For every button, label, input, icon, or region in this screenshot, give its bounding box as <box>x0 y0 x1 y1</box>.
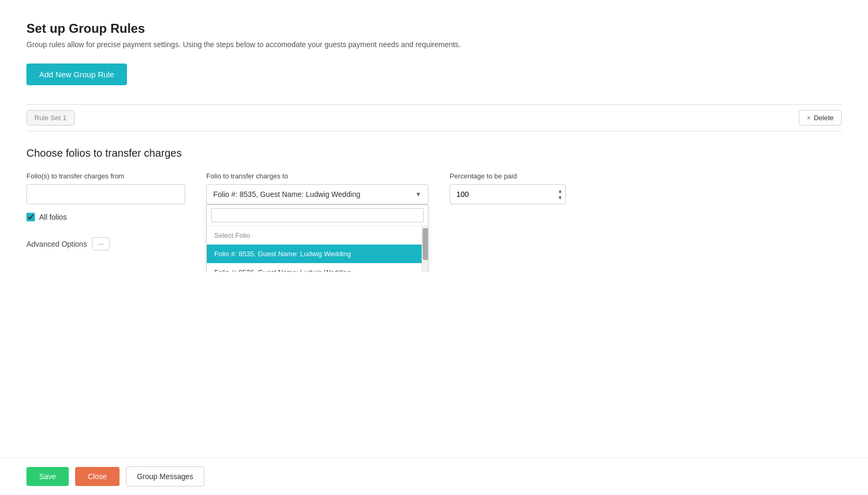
percentage-input-wrapper: ▲ ▼ <box>450 184 566 204</box>
percentage-spinners: ▲ ▼ <box>556 188 564 201</box>
page-subtitle: Group rules allow for precise payment se… <box>26 40 842 49</box>
to-folio-select-wrapper: Folio #: 8535, Guest Name: Ludwig Weddin… <box>206 184 428 204</box>
dropdown-placeholder-item[interactable]: Select Folio <box>207 226 422 245</box>
chevron-down-icon: ▼ <box>415 191 422 198</box>
to-folio-selected-value: Folio #: 8535, Guest Name: Ludwig Weddin… <box>213 190 360 199</box>
dropdown-scrollbar-wrapper: Select Folio Folio #: 8535, Guest Name: … <box>207 226 428 272</box>
delete-button[interactable]: × Delete <box>799 110 842 125</box>
from-folio-label: Folio(s) to transfer charges from <box>26 172 185 180</box>
from-folio-input[interactable] <box>26 184 185 204</box>
percentage-label: Percentage to be paid <box>450 172 566 180</box>
spinner-down-button[interactable]: ▼ <box>556 195 564 201</box>
rule-set-tab[interactable]: Rule Set 1 <box>26 110 75 125</box>
dropdown-search-input[interactable] <box>211 208 424 222</box>
to-folio-dropdown-panel: Select Folio Folio #: 8535, Guest Name: … <box>206 204 428 272</box>
advanced-options-row: Advanced Options ··· <box>26 237 842 250</box>
fields-row: Folio(s) to transfer charges from All fo… <box>26 172 842 221</box>
dropdown-scrollbar-thumb <box>423 228 428 260</box>
delete-label: Delete <box>814 114 834 122</box>
add-new-group-rule-button[interactable]: Add New Group Rule <box>26 64 127 85</box>
to-folio-select-display[interactable]: Folio #: 8535, Guest Name: Ludwig Weddin… <box>206 184 428 204</box>
all-folios-checkbox[interactable] <box>26 213 35 221</box>
spinner-up-button[interactable]: ▲ <box>556 188 564 194</box>
rule-set-header: Rule Set 1 × Delete <box>26 104 842 131</box>
to-folio-label: Folio to transfer charges to <box>206 172 428 180</box>
advanced-options-label: Advanced Options <box>26 240 87 248</box>
dropdown-list: Select Folio Folio #: 8535, Guest Name: … <box>207 226 422 272</box>
percentage-input[interactable] <box>450 184 566 204</box>
to-folio-group: Folio to transfer charges to Folio #: 85… <box>206 172 428 204</box>
all-folios-label: All folios <box>39 213 67 221</box>
from-folio-group: Folio(s) to transfer charges from All fo… <box>26 172 185 221</box>
dropdown-item[interactable]: Folio #: 8536, Guest Name: Ludwig Weddin… <box>207 263 422 272</box>
section-title: Choose folios to transfer charges <box>26 147 842 159</box>
dropdown-search-area <box>207 205 428 226</box>
percentage-group: Percentage to be paid ▲ ▼ <box>450 172 566 204</box>
x-close-icon: × <box>807 114 810 122</box>
page-title: Set up Group Rules <box>26 21 842 36</box>
all-folios-row: All folios <box>26 213 185 221</box>
dropdown-scrollbar[interactable] <box>422 226 428 272</box>
advanced-options-more-button[interactable]: ··· <box>92 237 109 250</box>
dropdown-item[interactable]: Folio #: 8535, Guest Name: Ludwig Weddin… <box>207 245 422 263</box>
